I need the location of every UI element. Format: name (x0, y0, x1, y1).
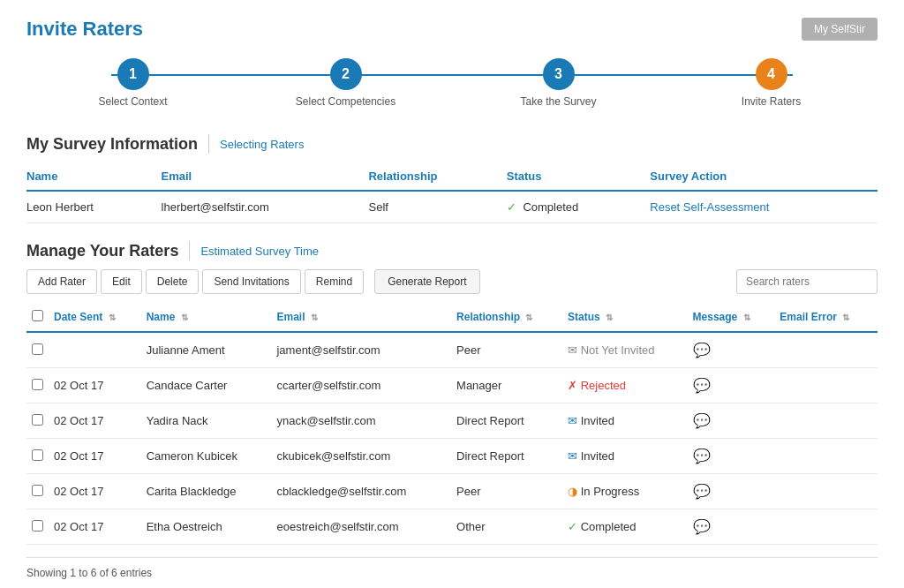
survey-info-header: My Survey Information Selecting Raters (26, 134, 878, 154)
in-progress-icon: ◑ (568, 485, 577, 498)
delete-button[interactable]: Delete (146, 269, 200, 294)
rater-status-cell: ✗ Rejected (562, 368, 688, 403)
raters-table-row: 02 Oct 17 Candace Carter ccarter@selfsti… (26, 368, 878, 403)
sort-msg-icon[interactable]: ⇅ (743, 313, 750, 322)
rejected-icon: ✗ (568, 379, 577, 392)
row-checkbox-cell[interactable] (26, 403, 49, 439)
send-invitations-button[interactable]: Send Invitations (202, 269, 300, 294)
step-3: 3 Take the Survey (452, 58, 665, 108)
survey-info-title: My Survey Information (26, 135, 198, 154)
rater-email-cell: cblackledge@selfstir.com (271, 474, 451, 509)
rater-email-error-cell (774, 403, 878, 439)
rater-msg-cell[interactable]: 💬 (688, 332, 775, 368)
step-2-circle: 2 (330, 58, 362, 90)
sort-status-icon[interactable]: ⇅ (606, 313, 613, 322)
completed-icon: ✓ (568, 520, 577, 533)
row-checkbox[interactable] (32, 379, 43, 390)
sort-date-icon[interactable]: ⇅ (109, 313, 116, 322)
rater-msg-cell[interactable]: 💬 (688, 474, 775, 509)
rater-status-cell: ✉ Invited (562, 403, 688, 439)
my-selfstir-button[interactable]: My SelfStir (802, 18, 878, 41)
raters-table-row: 02 Oct 17 Cameron Kubicek ckubicek@selfs… (26, 439, 878, 474)
rater-msg-cell[interactable]: 💬 (688, 509, 775, 545)
step-4-label: Invite Raters (742, 95, 801, 108)
row-checkbox[interactable] (32, 449, 43, 461)
rater-email-cell: ckubicek@selfstir.com (271, 439, 451, 474)
col-date-sent: Date Sent ⇅ (49, 303, 141, 332)
status-check-icon: ✓ (507, 200, 516, 214)
col-action: Survey Action (650, 162, 878, 191)
raters-title: Manage Your Raters (26, 242, 178, 260)
step-1: 1 Select Context (26, 58, 239, 108)
message-icon[interactable]: 💬 (693, 413, 711, 428)
row-checkbox-cell[interactable] (26, 439, 49, 474)
raters-table-row: Julianne Ament jament@selfstir.com Peer … (26, 332, 878, 368)
sort-err-icon[interactable]: ⇅ (842, 313, 849, 322)
col-rater-email: Email ⇅ (271, 303, 451, 332)
section-divider (208, 134, 209, 154)
row-checkbox[interactable] (32, 520, 43, 531)
date-sent-cell: 02 Oct 17 (49, 403, 141, 439)
search-raters-input[interactable] (736, 269, 878, 294)
rater-email-error-cell (774, 332, 878, 368)
rater-email-cell: ynack@selfstir.com (271, 403, 451, 439)
step-4-circle: 4 (756, 58, 787, 90)
raters-table-row: 02 Oct 17 Yadira Nack ynack@selfstir.com… (26, 403, 878, 439)
message-icon[interactable]: 💬 (693, 343, 711, 358)
message-icon[interactable]: 💬 (693, 484, 711, 499)
date-sent-cell: 02 Oct 17 (49, 474, 141, 509)
page-title: Invite Raters (26, 18, 143, 41)
rater-name-cell: Carita Blackledge (141, 474, 272, 509)
rater-msg-cell[interactable]: 💬 (688, 368, 775, 403)
row-checkbox-cell[interactable] (26, 332, 49, 368)
message-icon[interactable]: 💬 (693, 449, 711, 464)
col-name: Name (26, 162, 162, 191)
message-icon[interactable]: 💬 (693, 519, 711, 534)
rater-rel-cell: Self (368, 191, 506, 223)
rater-status-cell: ✓ Completed (507, 191, 650, 223)
message-icon[interactable]: 💬 (693, 378, 711, 393)
select-all-checkbox[interactable] (32, 310, 43, 321)
add-rater-button[interactable]: Add Rater (26, 269, 97, 294)
page-header: Invite Raters My SelfStir (26, 18, 878, 41)
row-checkbox[interactable] (32, 343, 43, 355)
invited-icon: ✉ (568, 449, 577, 463)
rater-status-cell: ◑ In Progress (562, 474, 688, 509)
selecting-raters-link[interactable]: Selecting Raters (220, 138, 304, 151)
rater-rel-cell: Manager (451, 368, 562, 403)
col-rater-email-error: Email Error ⇅ (774, 303, 878, 332)
step-3-label: Take the Survey (520, 95, 596, 108)
rater-name-cell: Leon Herbert (26, 191, 162, 223)
not-invited-icon: ✉ (568, 343, 577, 357)
rater-msg-cell[interactable]: 💬 (688, 403, 775, 439)
estimated-survey-time-link[interactable]: Estimated Survey Time (200, 245, 319, 258)
row-checkbox-cell[interactable] (26, 509, 49, 545)
col-rater-relationship: Relationship ⇅ (451, 303, 562, 332)
step-2: 2 Select Competencies (239, 58, 452, 108)
col-email: Email (162, 162, 369, 191)
sort-email-icon[interactable]: ⇅ (311, 313, 318, 322)
generate-report-button[interactable]: Generate Report (374, 269, 479, 294)
reset-self-assessment-link[interactable]: Reset Self-Assessment (650, 200, 769, 214)
remind-button[interactable]: Remind (305, 269, 364, 294)
rater-rel-cell: Peer (451, 474, 562, 509)
invited-icon: ✉ (568, 414, 577, 427)
row-checkbox[interactable] (32, 485, 43, 496)
sort-name-icon[interactable]: ⇅ (181, 313, 188, 322)
stepper: 1 Select Context 2 Select Competencies 3… (26, 58, 878, 108)
rater-msg-cell[interactable]: 💬 (688, 439, 775, 474)
rater-status-cell: ✉ Invited (562, 439, 688, 474)
edit-button[interactable]: Edit (101, 269, 142, 294)
row-checkbox[interactable] (32, 414, 43, 426)
col-rater-status: Status ⇅ (562, 303, 688, 332)
rater-action-cell[interactable]: Reset Self-Assessment (650, 191, 878, 223)
col-relationship: Relationship (368, 162, 506, 191)
sort-rel-icon[interactable]: ⇅ (525, 313, 532, 322)
rater-name-cell: Cameron Kubicek (141, 439, 272, 474)
col-select-all[interactable] (26, 303, 49, 332)
raters-divider (189, 241, 190, 260)
survey-info-row: Leon Herbert lherbert@selfstir.com Self … (26, 191, 878, 223)
row-checkbox-cell[interactable] (26, 474, 49, 509)
rater-rel-cell: Direct Report (451, 403, 562, 439)
row-checkbox-cell[interactable] (26, 368, 49, 403)
